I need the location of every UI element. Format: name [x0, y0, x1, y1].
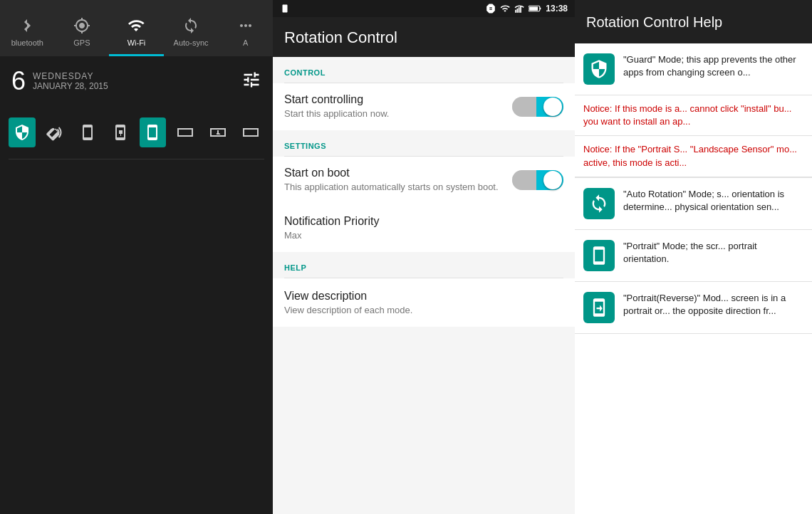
svg-rect-2 [519, 7, 520, 13]
date-number: 6 [11, 66, 26, 96]
qs-more[interactable]: A [218, 7, 273, 56]
qs-bluetooth[interactable]: bluetooth [0, 7, 55, 56]
portrait-reverse-help-text: "Portrait(Reverse)" Mod... screen is in … [623, 292, 803, 318]
portrait-help-icon [583, 240, 615, 271]
start-on-boot-subtitle: This application automatically starts on… [284, 182, 501, 194]
guard-mode-icon-cell[interactable] [9, 117, 36, 147]
section-settings-header: SETTINGS [273, 130, 575, 156]
app-title-bar: Rotation Control [273, 17, 575, 57]
help-item-auto-rotation: "Auto Rotation" Mode; s... orientation i… [575, 178, 812, 230]
status-bar-right: 13:38 [486, 4, 568, 14]
notification-priority-value: Max [284, 230, 563, 241]
help-notice-1-text: Notice: If this mode is a... cannot clic… [583, 103, 803, 128]
qs-autosync-label: Auto-sync [174, 38, 209, 47]
quick-settings-bar: bluetooth GPS Wi-Fi Auto-s [0, 0, 273, 56]
notification-priority-row[interactable]: Notification Priority Max [273, 204, 575, 252]
start-controlling-row[interactable]: Start controlling Start this application… [273, 83, 575, 130]
r-landscape-icon-cell[interactable] [204, 117, 231, 147]
rotation-off-icon-cell[interactable] [41, 117, 68, 147]
qs-gps-label: GPS [73, 38, 90, 47]
settings-content: CONTROL Start controlling Start this app… [273, 57, 575, 514]
qs-wifi[interactable]: Wi-Fi [109, 7, 164, 56]
date-text: WEDNESDAY JANUARY 28, 2015 [33, 71, 108, 91]
svg-rect-1 [517, 9, 519, 13]
view-description-row[interactable]: View description View description of eac… [273, 278, 575, 327]
start-controlling-toggle[interactable]: ON [512, 97, 563, 117]
help-item-portrait-reverse: "Portrait(Reverse)" Mod... screen is in … [575, 282, 812, 334]
help-title-bar: Rotation Control Help [575, 0, 812, 43]
svg-rect-5 [540, 8, 541, 10]
panel-notification-shade: bluetooth GPS Wi-Fi Auto-s [0, 0, 273, 514]
landscape2-icon-cell[interactable] [237, 117, 264, 147]
date-left: 6 WEDNESDAY JANUARY 28, 2015 [11, 66, 108, 96]
qs-more-label: A [243, 38, 248, 47]
auto-rotation-help-text: "Auto Rotation" Mode; s... orientation i… [623, 188, 803, 214]
active-portrait-icon-cell[interactable] [140, 117, 167, 147]
help-notice-2: Notice: If the "Portrait S... "Landscape… [575, 136, 812, 177]
guard-help-icon [583, 53, 615, 85]
start-controlling-subtitle: Start this application now. [284, 108, 501, 120]
wifi-icon [126, 16, 146, 36]
panel-help: Rotation Control Help "Guard" Mode; this… [575, 0, 812, 514]
panel-settings: 13:38 Rotation Control CONTROL Start con… [273, 0, 575, 514]
autosync-icon [181, 16, 201, 36]
help-notice-2-text: Notice: If the "Portrait S... "Landscape… [583, 143, 803, 169]
date-bar: 6 WEDNESDAY JANUARY 28, 2015 [0, 56, 273, 106]
help-item-portrait: "Portrait" Mode; the scr... portrait ori… [575, 230, 812, 282]
portrait-reverse-help-icon [583, 292, 615, 323]
view-description-subtitle: View description of each mode. [284, 305, 563, 315]
start-controlling-title: Start controlling [284, 93, 501, 106]
start-on-boot-title: Start on boot [284, 167, 501, 179]
app-title: Rotation Control [284, 28, 563, 47]
svg-rect-6 [529, 6, 538, 10]
guard-help-text: "Guard" Mode; this app prevents the othe… [623, 53, 803, 79]
qs-wifi-label: Wi-Fi [127, 38, 146, 47]
notification-priority-title: Notification Priority [284, 215, 563, 228]
mode-icon-grid [0, 106, 273, 159]
settings-sliders-icon[interactable] [241, 70, 261, 93]
section-control-header: CONTROL [273, 57, 575, 83]
date-dow: WEDNESDAY [33, 71, 108, 81]
start-on-boot-info: Start on boot This application automatic… [284, 167, 512, 194]
r-icon-cell[interactable] [107, 117, 134, 147]
start-on-boot-toggle[interactable]: ON [512, 170, 563, 190]
gps-icon [72, 16, 92, 36]
auto-rotation-help-icon [583, 188, 615, 219]
start-on-boot-row[interactable]: Start on boot This application automatic… [273, 157, 575, 204]
help-item-guard: "Guard" Mode; this app prevents the othe… [575, 43, 812, 95]
phone-status-icon [280, 4, 290, 14]
svg-rect-0 [515, 10, 516, 13]
notification-area [0, 159, 273, 514]
qs-gps[interactable]: GPS [55, 7, 110, 56]
status-time: 13:38 [546, 4, 568, 14]
help-notice-1: Notice: If this mode is a... cannot clic… [575, 95, 812, 136]
qs-row: bluetooth GPS Wi-Fi Auto-s [0, 7, 273, 56]
svg-rect-3 [520, 6, 521, 13]
section-help-header: HELP [273, 252, 575, 278]
landscape-icon-cell[interactable] [172, 117, 199, 147]
portrait-help-text: "Portrait" Mode; the scr... portrait ori… [623, 240, 803, 266]
help-content: "Guard" Mode; this app prevents the othe… [575, 43, 812, 514]
qs-autosync[interactable]: Auto-sync [164, 7, 219, 56]
qs-bluetooth-label: bluetooth [11, 38, 43, 47]
help-title: Rotation Control Help [586, 14, 801, 31]
date-full: JANUARY 28, 2015 [33, 81, 108, 91]
bluetooth-icon [17, 16, 37, 36]
portrait-icon-cell[interactable] [74, 117, 101, 147]
start-controlling-info: Start controlling Start this application… [284, 93, 512, 120]
phone-status-bar: 13:38 [273, 0, 575, 17]
view-description-title: View description [284, 290, 563, 303]
status-bar-left [280, 4, 290, 14]
more-icon [236, 16, 256, 36]
